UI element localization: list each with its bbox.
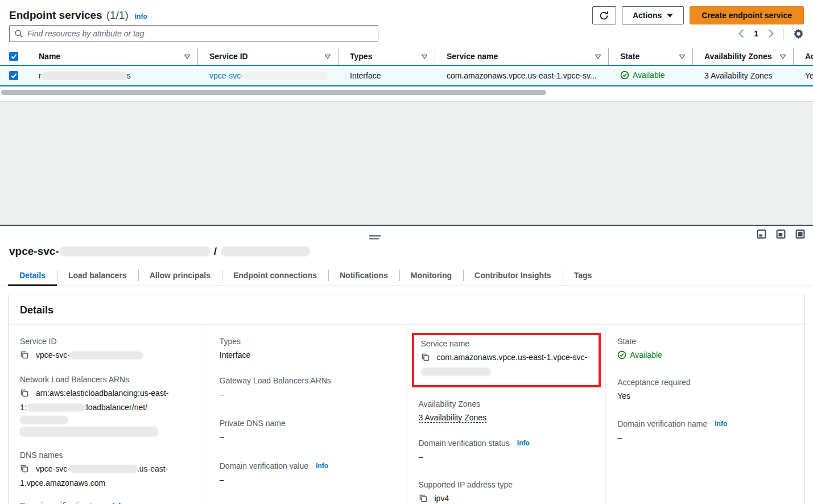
horizontal-scrollbar-thumb[interactable] (1, 90, 546, 95)
row-checkbox-cell (0, 71, 27, 80)
copy-icon[interactable] (20, 464, 29, 477)
column-header-availability-zones[interactable]: Availability Zones (693, 48, 794, 65)
tab-load-balancers[interactable]: Load balancers (57, 266, 138, 286)
tab-notifications[interactable]: Notifications (328, 266, 399, 286)
availability-zones-popover-link[interactable]: 3 Availability Zones (419, 413, 487, 423)
state-label: Available (633, 71, 665, 80)
info-link[interactable]: Info (112, 502, 125, 504)
copy-icon[interactable] (20, 389, 29, 401)
horizontal-scrollbar (0, 86, 813, 98)
sort-icon[interactable] (595, 54, 601, 59)
redacted-name (42, 72, 127, 80)
field-label: Types (220, 337, 395, 346)
tab-tags[interactable]: Tags (563, 266, 604, 286)
field-label: Domain verification status (419, 439, 510, 448)
field-types: Types Interface (220, 337, 395, 361)
service-id-prefix: vpce-svc- (209, 71, 244, 80)
tab-contributor-insights[interactable]: Contributor Insights (463, 266, 563, 286)
field-label: Supported IP address type (419, 480, 595, 489)
column-header-name[interactable]: Name (27, 48, 198, 65)
column-header-acceptance-required[interactable]: Acceptance required (794, 48, 813, 65)
sort-icon[interactable] (779, 54, 786, 59)
refresh-button[interactable] (592, 6, 616, 24)
search-input[interactable] (27, 29, 373, 38)
field-domain-verification-status: Domain verification status Info – (419, 439, 595, 463)
field-value: Yes (617, 390, 788, 402)
nlb-arn-line1: arn:aws:elasticloadbalancing:us-east- (36, 389, 168, 398)
column-label: Name (39, 52, 184, 61)
field-label: Private DNS name (220, 419, 395, 428)
tab-monitoring[interactable]: Monitoring (399, 266, 463, 286)
state-available: Available (620, 71, 665, 80)
nlb-arn-line2-mid: :loadbalancer/net/ (84, 403, 147, 412)
table-settings-gear-icon[interactable] (793, 28, 804, 39)
dns-name-line2: 1.vpce.amazonaws.com (20, 478, 105, 488)
nlb-arn-line2-prefix: 1: (20, 403, 27, 412)
field-glb-arns: Gateway Load Balancers ARNs – (220, 376, 395, 400)
redacted-service-id (244, 72, 328, 80)
previous-page-icon[interactable] (738, 29, 745, 38)
supported-ip-value: ipv4 (435, 494, 449, 503)
actions-button[interactable]: Actions (622, 6, 684, 24)
refresh-icon (599, 11, 609, 20)
sort-icon[interactable] (324, 54, 331, 59)
select-all-checkbox[interactable] (9, 52, 18, 61)
column-label: State (620, 52, 679, 61)
panel-position-bottom-icon[interactable] (757, 229, 766, 239)
field-domain-verification-value: Domain verification value Info – (220, 461, 395, 486)
next-page-icon[interactable] (767, 29, 774, 38)
field-dns-names: DNS names vpce-svc-.us-east- 1.vpce.amaz… (20, 451, 196, 489)
info-link[interactable]: Info (316, 462, 328, 470)
sort-icon[interactable] (679, 54, 686, 59)
title-info-link[interactable]: Info (135, 13, 147, 20)
split-panel-position-controls (757, 229, 805, 239)
field-state: State Available (617, 337, 793, 363)
field-value: Available (617, 349, 788, 363)
split-panel-drag-handle-icon[interactable] (369, 232, 381, 242)
copy-icon[interactable] (421, 353, 430, 365)
cell-availability-zones: 3 Availability Zones (693, 71, 794, 80)
field-label: Availability Zones (419, 399, 595, 408)
field-value: vpce-svc-.us-east- 1.vpce.amazonaws.com (20, 462, 191, 489)
current-page-number[interactable]: 1 (754, 29, 758, 38)
detail-split-panel: vpce-svc- / Details Load balancers Allow… (0, 225, 813, 504)
redacted-account-id (27, 404, 84, 411)
table-row[interactable]: rs vpce-svc- Interface com.amazonaws.vpc… (0, 65, 813, 86)
field-label: State (617, 337, 793, 346)
availability-zones-popover-link[interactable]: 3 Availability Zones (704, 71, 773, 80)
service-id-link[interactable]: vpce-svc- (209, 71, 328, 80)
copy-icon[interactable] (419, 494, 428, 504)
field-label: Service ID (20, 337, 196, 346)
create-endpoint-service-button[interactable]: Create endpoint service (690, 6, 804, 24)
cell-service-name: com.amazonaws.vpce.us-east-1.vpce-sv... (435, 71, 609, 80)
copy-icon[interactable] (20, 350, 29, 363)
search-icon (14, 29, 23, 38)
field-value: arn:aws:elasticloadbalancing:us-east- 1:… (20, 387, 191, 439)
cell-service-id: vpce-svc- (198, 71, 339, 80)
column-header-state[interactable]: State (609, 48, 693, 65)
panel-position-side-icon[interactable] (776, 229, 786, 239)
tab-endpoint-connections[interactable]: Endpoint connections (222, 266, 328, 286)
info-link[interactable]: Info (517, 439, 530, 447)
cell-name: rs (27, 71, 198, 80)
row-checkbox[interactable] (9, 71, 18, 80)
dns-name-mid: .us-east- (137, 464, 168, 473)
table-card-bottom-border (0, 98, 813, 102)
redacted-service-id-value (70, 352, 143, 359)
field-supported-ip-type: Supported IP address type ipv4 (419, 480, 595, 504)
info-link[interactable]: Info (715, 420, 727, 428)
redacted-dns-id (70, 465, 137, 473)
column-header-service-id[interactable]: Service ID (198, 48, 339, 65)
pane-background (0, 102, 813, 225)
cell-types: Interface (339, 71, 435, 80)
column-header-types[interactable]: Types (339, 48, 435, 65)
sort-icon[interactable] (184, 54, 191, 59)
column-header-service-name[interactable]: Service name (435, 48, 609, 65)
sort-icon[interactable] (421, 54, 428, 59)
field-label: Network Load Balancers ARNs (20, 375, 196, 384)
search-box[interactable] (9, 25, 378, 42)
panel-fullscreen-icon[interactable] (795, 229, 805, 239)
tab-details[interactable]: Details (8, 266, 57, 286)
tab-allow-principals[interactable]: Allow principals (138, 266, 222, 286)
field-domain-verification-type: Domain verification type Info – (20, 501, 196, 504)
